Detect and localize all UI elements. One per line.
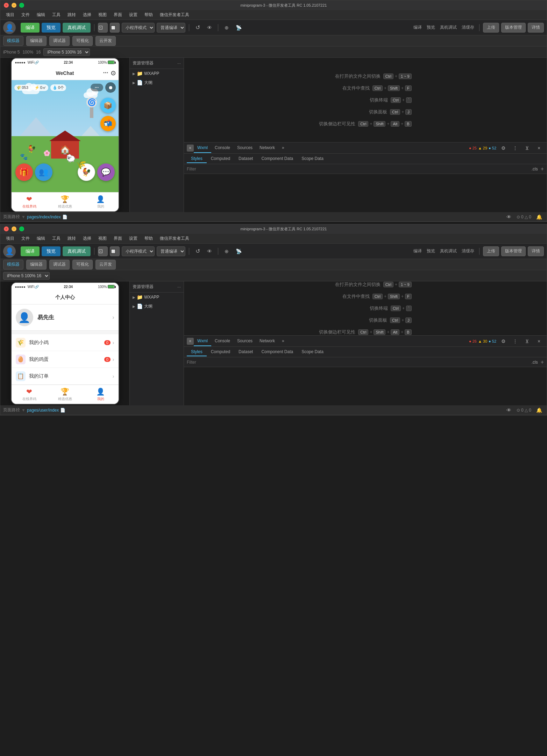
devtools-more-btn-2[interactable]: ⋮ [510,336,520,346]
more-resources-btn-1[interactable]: ··· [91,84,103,91]
menu-wechat-tools[interactable]: 微信开发者工具 [157,11,192,19]
menu-list-item-order-2[interactable]: 📋 我的订单 › [12,368,119,385]
devtools-tab-wxml-2[interactable]: Wxml [194,336,211,346]
devtools-expand-btn-2[interactable]: ⊻ [522,336,532,346]
menu2-select[interactable]: 选择 [80,235,94,242]
max-btn-1[interactable]: □ [19,3,24,8]
inspector-tab-computed-2[interactable]: Computed [207,348,234,356]
icon-btn-1[interactable]: ⊡ [98,23,108,33]
compile-btn-1[interactable]: 编译 [21,23,40,33]
menu2-view[interactable]: 视图 [95,235,109,242]
details-btn-2[interactable]: 详情 [528,246,544,256]
devtools-tab-wxml-1[interactable]: Wxml [194,143,211,153]
upload-btn-1[interactable]: 上传 [483,23,499,33]
breadcrumb-page-path-1[interactable]: pages/index/index [27,215,61,219]
profile-header-2[interactable]: 👤 易先生 › [12,304,119,331]
tab-item-online-1[interactable]: ❤ 在线养鸡 [12,192,47,211]
menu-file[interactable]: 文件 [19,11,33,19]
more-nav-icon-1[interactable]: ··· [103,69,108,77]
compile-select-1[interactable]: 普通编译 [157,23,185,33]
devtools-close-btn-1[interactable]: × [534,143,544,153]
eye-btn-1[interactable]: 👁 [205,23,214,33]
tab-item-deals-1[interactable]: 🏆 精选优惠 [47,192,83,211]
hotspot-btn-2[interactable]: ⊕ [222,246,232,256]
editor-tab-btn-2[interactable]: 编辑器 [26,260,47,270]
devtools-expand-btn-1[interactable]: ⊻ [522,143,532,153]
inspector-tab-compdata-1[interactable]: Component Data [257,155,297,163]
simulator-tab-btn-1[interactable]: 模拟器 [3,36,23,46]
tree-item-outline-2[interactable]: ▶ 📄 大纲 [130,302,184,311]
inspector-tab-styles-2[interactable]: Styles [187,348,207,356]
refresh-btn-1[interactable]: ↺ [193,23,203,33]
device-select-1[interactable]: iPhone 5 100% 16 [43,48,90,56]
inspector-tab-scopedata-2[interactable]: Scope Data [297,348,328,356]
editor-tab-btn-1[interactable]: 编辑器 [26,36,47,46]
filter-add-btn-1[interactable]: + [541,166,544,172]
menu-edit[interactable]: 编辑 [34,11,48,19]
devtools-tab-console-2[interactable]: Console [211,336,234,346]
cloud-dev-tab-btn-1[interactable]: 云开发 [95,36,116,46]
preview-btn-2[interactable]: 预览 [42,246,61,256]
filter-add-btn-2[interactable]: + [541,359,544,365]
action-icon-1[interactable]: 🎁 [15,163,33,181]
mode-select-2[interactable]: 小程序模式 [122,246,155,256]
mode-select-1[interactable]: 小程序模式 [122,23,155,33]
devtools-tab-network-1[interactable]: Network [256,143,278,153]
compile-btn-2[interactable]: 编译 [21,246,40,256]
tab-item-mine-2[interactable]: 👤 我的 [83,385,119,404]
details-btn-1[interactable]: 详情 [528,23,544,33]
tab-item-online-2[interactable]: ❤ 在线养鸡 [12,385,47,404]
devtools-settings-btn-2[interactable]: ⚙ [498,336,508,346]
inspector-tab-dataset-1[interactable]: Dataset [234,155,257,163]
icon-btn-4[interactable]: 🔲 [110,246,120,256]
inspector-tab-dataset-2[interactable]: Dataset [234,348,257,356]
menu2-wechat-tools[interactable]: 微信开发者工具 [157,235,192,242]
min-btn-1[interactable]: − [12,3,16,8]
inspector-tab-scopedata-1[interactable]: Scope Data [297,155,328,163]
devtools-tab-more-1[interactable]: » [278,143,288,153]
action-icon-2[interactable]: 👥 [35,163,52,181]
debug-tab-btn-2[interactable]: 调试器 [49,260,70,270]
wifi-btn-1[interactable]: 📡 [234,23,243,33]
refresh-btn-2[interactable]: ↺ [193,246,203,256]
camera-nav-icon-1[interactable]: ⊙ [111,69,116,77]
devtools-settings-btn-1[interactable]: ⚙ [498,143,508,153]
menu-select[interactable]: 选择 [80,11,94,19]
icon-btn-2[interactable]: 🔲 [110,23,120,33]
devtools-tab-sources-1[interactable]: Sources [234,143,256,153]
eye-btn-2[interactable]: 👁 [205,246,214,256]
debug-tab-btn-1[interactable]: 调试器 [49,36,70,46]
eye-icon-1[interactable]: 👁 [504,212,514,222]
menu-project[interactable]: 项目 [3,11,17,19]
file-panel-more-1[interactable]: ··· [177,61,181,66]
tab-item-deals-2[interactable]: 🏆 精选优惠 [47,385,83,404]
max-btn-2[interactable]: □ [19,226,24,231]
hotspot-btn-1[interactable]: ⊕ [222,23,232,33]
eye-icon-2[interactable]: 👁 [504,405,514,415]
real-machine-btn-1[interactable]: 真机调试 [63,23,91,33]
devtools-close-btn-2[interactable]: × [534,336,544,346]
menu-help[interactable]: 帮助 [142,11,156,19]
action-icon-4[interactable]: 💬 [97,163,115,181]
tree-item-wxapp-2[interactable]: ▶ 📁 WXAPP [130,293,184,302]
breadcrumb-page-path-2[interactable]: pages/user/index [27,408,59,413]
devtools-tab-console-1[interactable]: Console [211,143,234,153]
menu-list-item-chicken-2[interactable]: 🌾 我的小鸡 0 › [12,334,119,351]
compile-select-2[interactable]: 普通编译 [157,246,185,256]
devtools-tab-network-2[interactable]: Network [256,336,278,346]
menu-view[interactable]: 视图 [95,11,109,19]
float-icon-1[interactable]: 📦 [100,98,116,113]
real-machine-btn-2[interactable]: 真机调试 [63,246,91,256]
bell-icon-1[interactable]: 🔔 [534,212,544,222]
version-manage-btn-1[interactable]: 版本管理 [501,23,526,33]
menu2-help[interactable]: 帮助 [142,235,156,242]
tree-item-wxapp-1[interactable]: ▶ 📁 WXAPP [130,69,184,78]
menu-jump[interactable]: 跳转 [65,11,79,19]
visualize-tab-btn-2[interactable]: 可视化 [72,260,93,270]
menu-settings[interactable]: 设置 [126,11,140,19]
wifi-btn-2[interactable]: 📡 [234,246,243,256]
record-btn-1[interactable]: ⏺ [105,82,116,93]
menu-tools[interactable]: 工具 [49,11,63,19]
menu2-file[interactable]: 文件 [19,235,33,242]
wxml-icon-1[interactable]: ≡ [187,145,194,152]
